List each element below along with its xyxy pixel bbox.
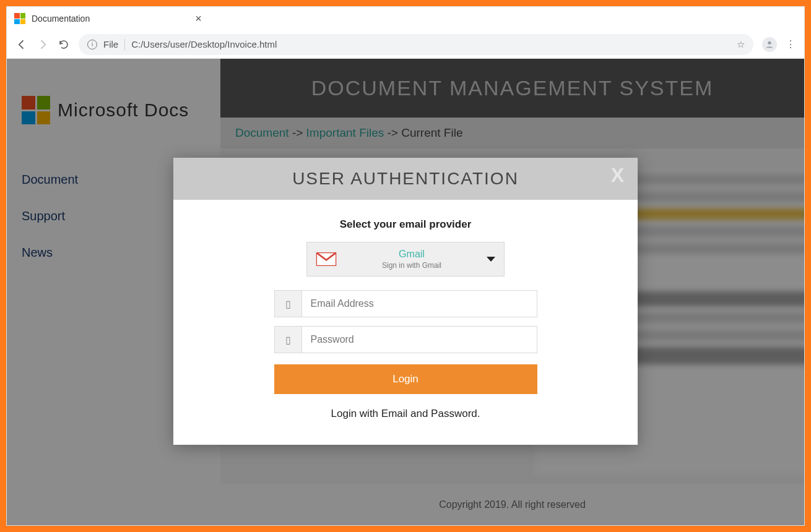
modal-header: USER AUTHENTICATION X	[173, 158, 638, 200]
viewport: Microsoft Docs Document Support News DOC…	[7, 59, 804, 525]
modal-overlay: USER AUTHENTICATION X Select your email …	[7, 59, 804, 525]
alt-login-text: Login with Email and Password.	[331, 408, 480, 420]
email-field[interactable]	[302, 291, 537, 317]
provider-name: Gmail	[337, 249, 487, 260]
kebab-menu-icon[interactable]: ⋮	[786, 38, 796, 50]
back-icon[interactable]	[15, 38, 28, 51]
modal-close-icon[interactable]: X	[611, 164, 625, 187]
modal-title: USER AUTHENTICATION	[292, 169, 519, 188]
provider-select-label: Select your email provider	[340, 218, 472, 231]
email-field-row: ▯	[274, 290, 537, 317]
url-scheme: File	[103, 39, 118, 49]
tab-bar: Documentation ×	[7, 7, 804, 30]
microsoft-favicon-icon	[14, 13, 25, 24]
gmail-icon	[316, 251, 337, 267]
url-path: C:/Users/user/Desktop/Invoice.html	[131, 39, 277, 49]
address-bar: i File C:/Users/user/Desktop/Invoice.htm…	[7, 30, 804, 59]
svg-point-0	[768, 41, 771, 44]
device-icon: ▯	[275, 291, 302, 317]
browser-window: Documentation × i File C:/Users/user/Des…	[6, 6, 805, 526]
provider-subtext: Sign in with Gmail	[337, 261, 487, 270]
forward-icon[interactable]	[37, 38, 49, 51]
bookmark-star-icon[interactable]: ☆	[737, 39, 745, 50]
omnibox[interactable]: i File C:/Users/user/Desktop/Invoice.htm…	[79, 34, 753, 55]
tab-title[interactable]: Documentation	[32, 14, 90, 24]
chevron-down-icon	[487, 257, 495, 262]
separator	[124, 39, 125, 50]
auth-modal: USER AUTHENTICATION X Select your email …	[173, 158, 638, 445]
reload-icon[interactable]	[58, 38, 70, 51]
password-field[interactable]	[302, 327, 537, 353]
modal-body: Select your email provider Gmail Sign in…	[173, 200, 638, 445]
profile-avatar-icon[interactable]	[762, 37, 777, 52]
device-icon: ▯	[275, 327, 302, 353]
password-field-row: ▯	[274, 326, 537, 353]
tab-close-icon[interactable]: ×	[195, 12, 202, 25]
site-info-icon[interactable]: i	[87, 40, 97, 49]
login-button[interactable]: Login	[274, 364, 537, 394]
email-provider-dropdown[interactable]: Gmail Sign in with Gmail	[306, 242, 505, 277]
